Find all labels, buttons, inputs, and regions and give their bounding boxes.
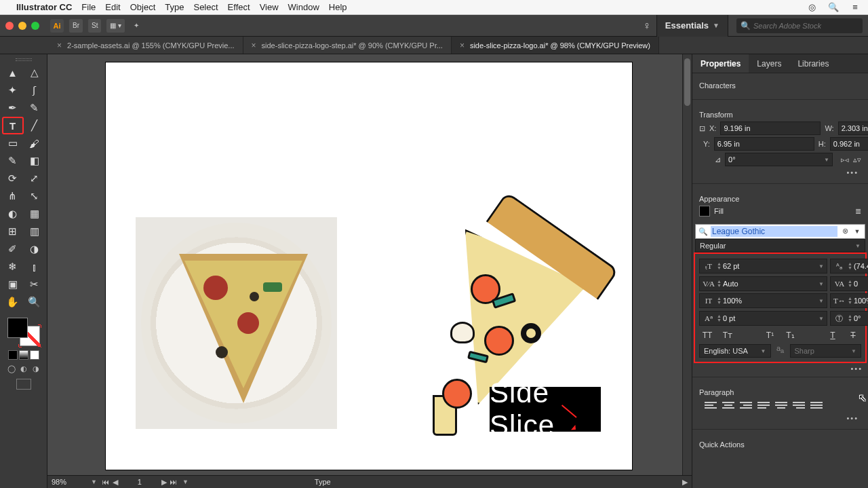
arrange-docs-icon[interactable]: ▦ ▾ xyxy=(106,19,125,33)
justify-center-button[interactable] xyxy=(775,402,787,411)
menu-object[interactable]: Object xyxy=(130,2,156,12)
color-mode[interactable] xyxy=(8,350,18,360)
blend-tool[interactable]: ◑ xyxy=(24,240,45,258)
bridge-icon[interactable]: Br xyxy=(69,19,83,33)
selection-tool[interactable]: ▲ xyxy=(2,64,24,81)
type-tool[interactable]: T xyxy=(2,117,24,134)
font-style-select[interactable]: Regular ▼ xyxy=(695,239,865,252)
screen-mode[interactable] xyxy=(16,379,31,390)
small-caps-button[interactable]: Tᴛ xyxy=(721,331,734,340)
zoom-level[interactable]: 98% xyxy=(52,478,87,486)
underline-button[interactable]: T xyxy=(826,331,840,340)
menu-edit[interactable]: Edit xyxy=(105,2,120,12)
close-tab-icon[interactable]: × xyxy=(252,41,256,50)
fill-swatch[interactable] xyxy=(699,206,710,217)
symbol-sprayer-tool[interactable]: ❄ xyxy=(2,258,24,276)
close-window-button[interactable] xyxy=(5,22,14,30)
close-tab-icon[interactable]: × xyxy=(460,41,465,50)
vertical-scrollbar[interactable] xyxy=(682,54,692,475)
artboard-number[interactable]: 1 xyxy=(124,478,155,486)
char-rotation-field[interactable]: Ⓣ▲▼▼ xyxy=(830,311,868,326)
tab-properties[interactable]: Properties xyxy=(692,54,749,73)
antialias-select[interactable]: Sharp ▼ xyxy=(790,344,862,358)
vertical-scale-field[interactable]: IT▲▼▼ xyxy=(699,293,827,308)
column-graph-tool[interactable]: ⫿ xyxy=(24,258,45,276)
subscript-button[interactable]: T₁ xyxy=(784,331,797,340)
artboard[interactable]: Side Slice xyxy=(106,62,632,470)
align-left-button[interactable] xyxy=(705,402,717,411)
minimize-window-button[interactable] xyxy=(18,22,26,30)
artboard-pager[interactable]: ⏮◀ xyxy=(101,478,120,487)
gpu-perf-icon[interactable]: ✦ xyxy=(130,19,142,33)
more-options-icon[interactable]: ••• xyxy=(699,168,861,176)
doc-tab[interactable]: × 2-sample-assets.ai @ 155% (CMYK/GPU Pr… xyxy=(49,37,243,54)
justify-all-button[interactable] xyxy=(810,402,823,411)
language-select[interactable]: English: USA ▼ xyxy=(699,344,771,358)
fill-swatch[interactable] xyxy=(7,318,28,338)
menu-file[interactable]: File xyxy=(81,2,96,12)
menu-window[interactable]: Window xyxy=(288,2,319,12)
doc-tab[interactable]: × side-slice-pizza-logo.ai* @ 98% (CMYK/… xyxy=(452,37,659,54)
artboard-tool[interactable]: ▣ xyxy=(2,276,24,293)
lasso-tool[interactable]: ʃ xyxy=(24,81,45,99)
close-tab-icon[interactable]: × xyxy=(57,41,62,50)
draw-behind[interactable]: ◐ xyxy=(19,364,28,373)
menu-select[interactable]: Select xyxy=(193,2,218,12)
help-bulb-icon[interactable]: ♀ xyxy=(643,20,651,32)
workspace-switcher[interactable]: Essentials ▼ xyxy=(656,15,728,37)
gradient-tool[interactable]: ▥ xyxy=(24,223,45,240)
magic-wand-tool[interactable]: ✦ xyxy=(2,81,24,99)
menu-help[interactable]: Help xyxy=(329,2,347,12)
zoom-window-button[interactable] xyxy=(31,22,39,30)
fill-stroke-swatches[interactable] xyxy=(7,318,40,346)
justify-left-button[interactable] xyxy=(757,402,770,411)
clear-font-icon[interactable]: ⊗ xyxy=(840,227,850,236)
pen-tool[interactable]: ✒ xyxy=(2,99,24,117)
flip-vertical-icon[interactable]: ▵▿ xyxy=(853,155,861,164)
eraser-tool[interactable]: ◧ xyxy=(24,152,45,170)
scale-tool[interactable]: ⤢ xyxy=(24,170,45,187)
gradient-mode[interactable] xyxy=(19,350,28,360)
none-mode[interactable] xyxy=(30,350,39,360)
all-caps-button[interactable]: TT xyxy=(701,331,714,340)
align-right-button[interactable] xyxy=(740,402,752,411)
menu-tray-icon[interactable]: ≡ xyxy=(849,2,861,12)
adobe-stock-search[interactable]: 🔍 xyxy=(736,18,863,33)
curvature-tool[interactable]: ✎ xyxy=(24,99,45,117)
align-center-button[interactable] xyxy=(722,402,734,411)
chevron-down-icon[interactable]: ▼ xyxy=(852,228,862,235)
chevron-down-icon[interactable]: ▼ xyxy=(182,478,189,485)
canvas[interactable]: Side Slice xyxy=(47,54,692,475)
line-segment-tool[interactable]: ╱ xyxy=(24,117,45,134)
font-family-input[interactable] xyxy=(711,226,837,237)
rotate-tool[interactable]: ⟳ xyxy=(2,170,24,187)
flip-horizontal-icon[interactable]: ▹◃ xyxy=(841,155,849,164)
app-name-menu[interactable]: Illustrator CC xyxy=(16,2,72,12)
tab-libraries[interactable]: Libraries xyxy=(789,54,837,73)
tab-layers[interactable]: Layers xyxy=(749,54,789,73)
pizza-photo[interactable] xyxy=(136,217,337,429)
pizza-logo[interactable]: Side Slice xyxy=(419,220,595,451)
hscroll-right[interactable]: ▶ xyxy=(682,478,688,487)
baseline-shift-field[interactable]: Aᵃ▲▼▼ xyxy=(699,311,827,326)
leading-field[interactable]: ᴬₐ▲▼▼ xyxy=(830,259,868,274)
hand-tool[interactable]: ✋ xyxy=(2,293,24,311)
kerning-field[interactable]: V⁄A▲▼▼ xyxy=(699,276,827,291)
tracking-field[interactable]: VA▲▼▼ xyxy=(830,276,868,291)
free-transform-tool[interactable]: ⤡ xyxy=(24,187,45,205)
menu-effect[interactable]: Effect xyxy=(228,2,250,12)
logo-text[interactable]: Side Slice xyxy=(490,387,601,432)
strikethrough-button[interactable]: T xyxy=(846,331,860,340)
menu-view[interactable]: View xyxy=(260,2,279,12)
width-tool[interactable]: ⋔ xyxy=(2,187,24,205)
zoom-tool[interactable]: 🔍 xyxy=(24,293,45,311)
transform-y[interactable] xyxy=(714,137,814,151)
stock-search-input[interactable] xyxy=(753,22,859,30)
draw-normal[interactable]: ◯ xyxy=(7,364,16,373)
perspective-grid-tool[interactable]: ▦ xyxy=(24,205,45,223)
font-size-field[interactable]: ₜT▲▼▼ xyxy=(699,259,827,274)
eyedropper-tool[interactable]: ✐ xyxy=(2,240,24,258)
panel-grip[interactable] xyxy=(0,57,47,62)
justify-right-button[interactable] xyxy=(793,402,805,411)
transform-h[interactable] xyxy=(830,137,868,151)
